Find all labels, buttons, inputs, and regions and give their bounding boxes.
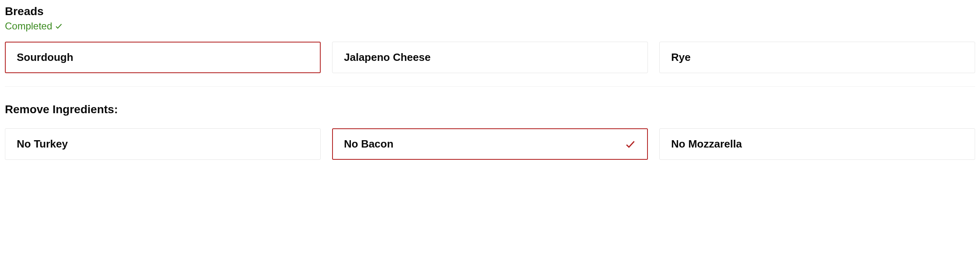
remove-option-1[interactable]: No Bacon xyxy=(332,128,648,160)
breads-section: Breads Completed SourdoughJalapeno Chees… xyxy=(5,5,975,73)
remove-option-2[interactable]: No Mozzarella xyxy=(659,128,975,160)
check-icon xyxy=(625,139,636,150)
remove-option-label: No Turkey xyxy=(17,138,68,150)
bread-option-label: Jalapeno Cheese xyxy=(344,51,430,64)
remove-option-label: No Mozzarella xyxy=(671,138,742,150)
remove-option-0[interactable]: No Turkey xyxy=(5,128,321,160)
check-icon xyxy=(55,22,63,30)
breads-title: Breads xyxy=(5,5,975,18)
remove-options-row: No TurkeyNo BaconNo Mozzarella xyxy=(5,128,975,160)
status-text: Completed xyxy=(5,20,52,32)
bread-option-label: Sourdough xyxy=(17,51,73,64)
bread-option-0[interactable]: Sourdough xyxy=(5,42,321,73)
breads-options-row: SourdoughJalapeno CheeseRye xyxy=(5,42,975,73)
bread-option-label: Rye xyxy=(671,51,691,64)
remove-title: Remove Ingredients: xyxy=(5,103,975,116)
breads-status: Completed xyxy=(5,20,975,32)
remove-option-label: No Bacon xyxy=(344,138,393,150)
section-divider xyxy=(5,86,975,87)
bread-option-1[interactable]: Jalapeno Cheese xyxy=(332,42,648,73)
bread-option-2[interactable]: Rye xyxy=(659,42,975,73)
remove-section: Remove Ingredients: No TurkeyNo BaconNo … xyxy=(5,103,975,160)
